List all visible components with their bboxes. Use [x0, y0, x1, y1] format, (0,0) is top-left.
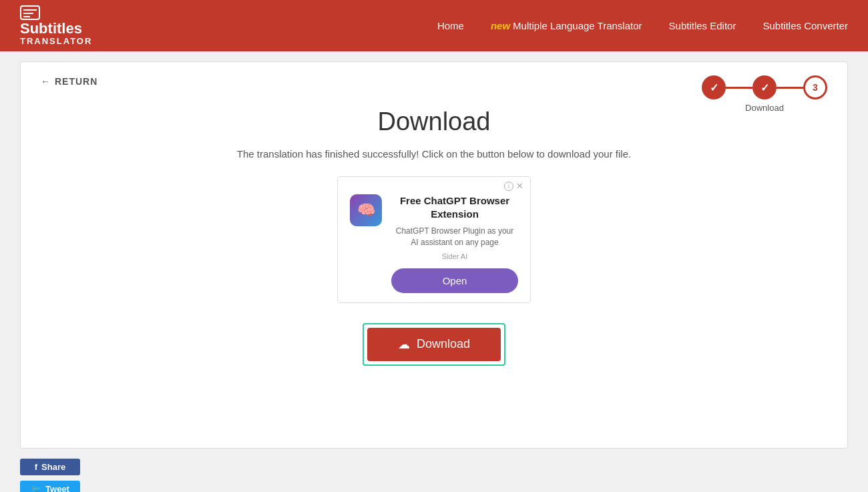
step-3: 3: [803, 75, 827, 99]
ad-source: Sider AI: [391, 252, 518, 260]
tweet-label: Tweet: [45, 484, 69, 492]
ad-open-button[interactable]: Open: [391, 268, 518, 293]
ad-text-area: Free ChatGPT Browser Extension ChatGPT B…: [391, 194, 518, 293]
facebook-share-button[interactable]: f Share: [20, 459, 80, 475]
cloud-download-icon: ☁: [398, 337, 410, 352]
ad-brain-icon: 🧠: [350, 194, 382, 226]
nav-editor[interactable]: Subtitles Editor: [669, 20, 736, 31]
arrow-left-icon: ←: [41, 76, 51, 87]
ad-top-bar: i ✕: [504, 181, 523, 191]
nav-home[interactable]: Home: [437, 20, 464, 31]
ad-desc: ChatGPT Browser Plugin as your AI assist…: [391, 226, 518, 248]
step-line-2: [777, 87, 803, 89]
step-line-1: [726, 87, 752, 89]
step-2: [752, 75, 777, 99]
logo-icon: [20, 5, 40, 20]
page-title-area: Download The translation has finished su…: [41, 107, 827, 366]
social-area: f Share 🐦 Tweet: [20, 459, 848, 492]
main-nav: Home newMultiple Language Translator Sub…: [437, 20, 848, 31]
facebook-icon: f: [35, 462, 37, 472]
step-1: [702, 75, 726, 99]
logo-title: Subtitles: [20, 21, 82, 36]
header: Subtitles TRANSLATOR Home newMultiple La…: [0, 0, 868, 51]
download-btn-outer: ☁ Download: [363, 323, 505, 366]
steps-row: 3: [702, 75, 827, 99]
share-label: Share: [41, 462, 65, 472]
logo-area: Subtitles TRANSLATOR: [20, 5, 92, 46]
ad-info-icon[interactable]: i: [504, 182, 513, 191]
download-button[interactable]: ☁ Download: [367, 328, 501, 361]
logo-subtitle: TRANSLATOR: [20, 36, 92, 46]
steps-label: Download: [745, 103, 784, 113]
download-btn-wrapper: ☁ Download: [41, 323, 827, 366]
twitter-icon: 🐦: [31, 484, 41, 492]
download-label: Download: [417, 337, 470, 351]
new-label: new: [491, 20, 510, 31]
nav-converter[interactable]: Subtitles Converter: [763, 20, 848, 31]
content-box: ← RETURN 3 Download Download The transla…: [20, 61, 848, 449]
return-label: RETURN: [55, 76, 97, 87]
twitter-tweet-button[interactable]: 🐦 Tweet: [20, 481, 80, 492]
ad-title: Free ChatGPT Browser Extension: [391, 194, 518, 220]
ad-box: i ✕ 🧠 Free ChatGPT Browser Extension Cha…: [337, 176, 531, 303]
steps-area: 3 Download: [702, 75, 827, 113]
ad-close-icon[interactable]: ✕: [516, 181, 523, 191]
nav-multi-translator[interactable]: newMultiple Language Translator: [491, 20, 642, 31]
main-wrapper: ← RETURN 3 Download Download The transla…: [0, 51, 868, 492]
return-button[interactable]: ← RETURN: [41, 76, 97, 87]
page-subtitle: The translation has finished successfull…: [41, 148, 827, 160]
ad-content: 🧠 Free ChatGPT Browser Extension ChatGPT…: [350, 194, 518, 293]
